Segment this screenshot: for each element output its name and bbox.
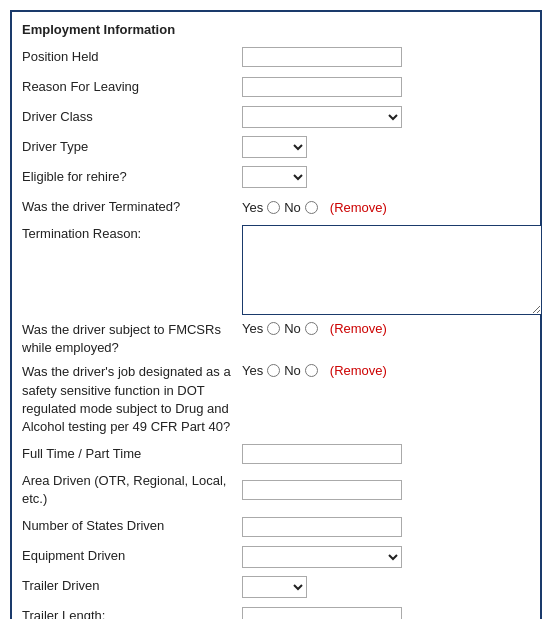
full-part-time-control (242, 444, 530, 464)
equipment-driven-control: Tractor-Trailer Straight Truck Van Flatb… (242, 546, 530, 568)
fmcsrs-yes-label: Yes (242, 321, 263, 336)
trailer-length-input[interactable] (242, 607, 402, 620)
driver-type-select[interactable]: OTR Local Regional (242, 136, 307, 158)
driver-terminated-yes-label: Yes (242, 200, 263, 215)
safety-sensitive-row: Was the driver's job designated as a saf… (22, 363, 530, 436)
driver-terminated-radio-group: Yes No (Remove) (242, 200, 387, 215)
area-driven-row: Area Driven (OTR, Regional, Local, etc.) (22, 472, 530, 508)
reason-leaving-control (242, 77, 530, 97)
position-held-label: Position Held (22, 48, 242, 66)
safety-sensitive-remove-link[interactable]: (Remove) (330, 363, 387, 378)
eligible-rehire-label: Eligible for rehire? (22, 168, 242, 186)
termination-reason-textarea[interactable] (242, 225, 542, 315)
safety-sensitive-label: Was the driver's job designated as a saf… (22, 363, 242, 436)
position-held-row: Position Held (22, 45, 530, 69)
section-title: Employment Information (22, 22, 530, 37)
driver-terminated-yes-radio[interactable] (267, 201, 280, 214)
fmcsrs-no-radio[interactable] (305, 322, 318, 335)
reason-leaving-input[interactable] (242, 77, 402, 97)
driver-class-label: Driver Class (22, 108, 242, 126)
termination-reason-control (242, 225, 542, 315)
fmcsrs-radio-group: Yes No (Remove) (242, 321, 387, 336)
fmcsrs-no-label: No (284, 321, 301, 336)
safety-sensitive-yes-radio[interactable] (267, 364, 280, 377)
driver-terminated-remove-link[interactable]: (Remove) (330, 200, 387, 215)
full-part-time-row: Full Time / Part Time (22, 442, 530, 466)
fmcsrs-control: Yes No (Remove) (242, 321, 530, 336)
termination-reason-label: Termination Reason: (22, 225, 242, 243)
eligible-rehire-select[interactable]: Yes No (242, 166, 307, 188)
trailer-driven-label: Trailer Driven (22, 577, 242, 595)
trailer-length-row: Trailer Length: (22, 605, 530, 620)
equipment-driven-row: Equipment Driven Tractor-Trailer Straigh… (22, 545, 530, 569)
area-driven-control (242, 480, 530, 500)
number-states-control (242, 517, 530, 537)
position-held-input[interactable] (242, 47, 402, 67)
termination-reason-row: Termination Reason: (22, 225, 530, 315)
eligible-rehire-row: Eligible for rehire? Yes No (22, 165, 530, 189)
equipment-driven-label: Equipment Driven (22, 547, 242, 565)
driver-class-select[interactable]: Class A Class B Class C Class D (242, 106, 402, 128)
driver-type-control: OTR Local Regional (242, 136, 530, 158)
fmcsrs-row: Was the driver subject to FMCSRs while e… (22, 321, 530, 357)
safety-sensitive-no-label: No (284, 363, 301, 378)
employment-info-section: Employment Information Position Held Rea… (10, 10, 542, 619)
trailer-driven-row: Trailer Driven Dry Van Flatbed Refrigera… (22, 575, 530, 599)
safety-sensitive-control: Yes No (Remove) (242, 363, 530, 378)
driver-terminated-no-radio[interactable] (305, 201, 318, 214)
number-states-input[interactable] (242, 517, 402, 537)
safety-sensitive-radio-group: Yes No (Remove) (242, 363, 387, 378)
eligible-rehire-control: Yes No (242, 166, 530, 188)
driver-terminated-label: Was the driver Terminated? (22, 198, 242, 216)
area-driven-label: Area Driven (OTR, Regional, Local, etc.) (22, 472, 242, 508)
driver-type-row: Driver Type OTR Local Regional (22, 135, 530, 159)
reason-leaving-label: Reason For Leaving (22, 78, 242, 96)
number-states-label: Number of States Driven (22, 517, 242, 535)
full-part-time-input[interactable] (242, 444, 402, 464)
driver-type-label: Driver Type (22, 138, 242, 156)
driver-terminated-no-label: No (284, 200, 301, 215)
driver-terminated-control: Yes No (Remove) (242, 200, 530, 215)
fmcsrs-label: Was the driver subject to FMCSRs while e… (22, 321, 242, 357)
fmcsrs-yes-radio[interactable] (267, 322, 280, 335)
driver-class-row: Driver Class Class A Class B Class C Cla… (22, 105, 530, 129)
trailer-driven-select[interactable]: Dry Van Flatbed Refrigerated Tanker Othe… (242, 576, 307, 598)
safety-sensitive-no-radio[interactable] (305, 364, 318, 377)
trailer-length-label: Trailer Length: (22, 607, 242, 619)
number-states-row: Number of States Driven (22, 515, 530, 539)
position-held-control (242, 47, 530, 67)
driver-terminated-row: Was the driver Terminated? Yes No (Remov… (22, 195, 530, 219)
fmcsrs-remove-link[interactable]: (Remove) (330, 321, 387, 336)
driver-class-control: Class A Class B Class C Class D (242, 106, 530, 128)
full-part-time-label: Full Time / Part Time (22, 445, 242, 463)
trailer-driven-control: Dry Van Flatbed Refrigerated Tanker Othe… (242, 576, 530, 598)
equipment-driven-select[interactable]: Tractor-Trailer Straight Truck Van Flatb… (242, 546, 402, 568)
trailer-length-control (242, 607, 530, 620)
area-driven-input[interactable] (242, 480, 402, 500)
reason-leaving-row: Reason For Leaving (22, 75, 530, 99)
safety-sensitive-yes-label: Yes (242, 363, 263, 378)
